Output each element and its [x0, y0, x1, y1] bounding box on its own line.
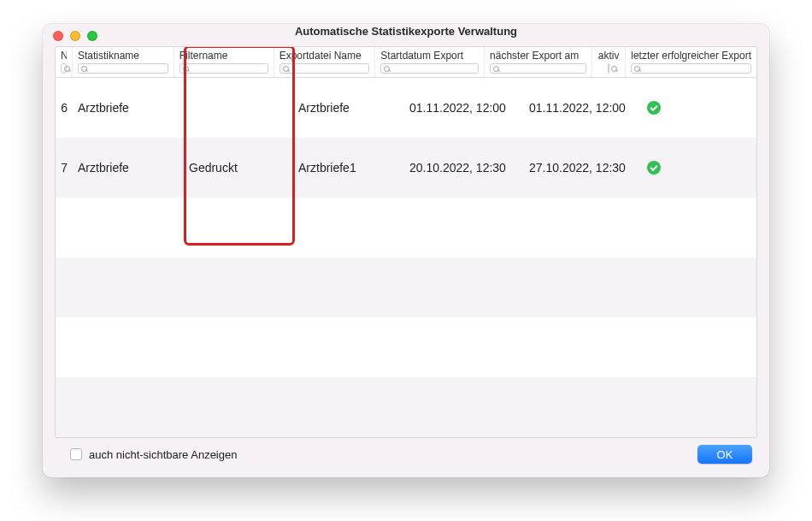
cell-statistikname: Arztbriefe [73, 161, 184, 175]
table-row-empty [56, 317, 756, 377]
titlebar: Automatische Statistikexporte Verwaltung [43, 24, 769, 38]
search-icon[interactable] [608, 63, 609, 74]
col-exportdatei[interactable]: Exportdatei Name [274, 47, 376, 77]
col-aktiv[interactable]: aktiv [592, 47, 626, 77]
search-icon[interactable] [631, 63, 751, 74]
col-startdatum[interactable]: Startdatum Export [375, 47, 485, 77]
window-title: Automatische Statistikexporte Verwaltung [51, 25, 761, 38]
cell-naechster: 01.11.2022, 12:00 [524, 101, 642, 115]
content-area: N Statistikname Filtername Exportdatei N… [43, 38, 769, 477]
ok-button[interactable]: OK [697, 445, 752, 464]
col-statistikname[interactable]: Statistikname [73, 47, 174, 77]
exports-table: N Statistikname Filtername Exportdatei N… [55, 46, 757, 438]
table-row[interactable]: 6 Arztbriefe Arztbriefe 01.11.2022, 12:0… [56, 78, 756, 138]
cell-n: 6 [56, 101, 73, 115]
table-row[interactable]: 7 Arztbriefe Gedruckt Arztbriefe1 20.10.… [56, 138, 756, 198]
search-icon[interactable] [61, 63, 67, 74]
cell-statistikname: Arztbriefe [73, 101, 184, 115]
col-filtername[interactable]: Filtername [174, 47, 274, 77]
table-row-empty [56, 258, 756, 317]
close-icon[interactable] [53, 31, 63, 41]
cell-aktiv [642, 161, 678, 175]
maximize-icon[interactable] [87, 31, 97, 41]
footer: auch nicht-sichtbare Anzeigen OK [55, 438, 757, 471]
window: Automatische Statistikexporte Verwaltung… [43, 24, 769, 477]
table-row-empty [56, 377, 756, 437]
check-icon [647, 161, 661, 175]
window-controls [53, 31, 97, 41]
search-icon[interactable] [279, 63, 370, 74]
cell-exportdatei: Arztbriefe [293, 101, 404, 115]
search-icon[interactable] [490, 63, 586, 74]
cell-exportdatei: Arztbriefe1 [293, 161, 404, 175]
search-icon[interactable] [179, 63, 268, 74]
show-hidden-label: auch nicht-sichtbare Anzeigen [89, 448, 237, 461]
cell-filtername: Gedruckt [184, 161, 293, 175]
check-icon [647, 101, 661, 115]
search-icon[interactable] [380, 63, 479, 74]
cell-n: 7 [56, 161, 73, 175]
table-header: N Statistikname Filtername Exportdatei N… [56, 47, 756, 78]
cell-naechster: 27.10.2022, 12:30 [524, 161, 642, 175]
cell-aktiv [642, 101, 678, 115]
cell-startdatum: 01.11.2022, 12:00 [404, 101, 524, 115]
table-body: 6 Arztbriefe Arztbriefe 01.11.2022, 12:0… [56, 78, 756, 437]
minimize-icon[interactable] [70, 31, 80, 41]
col-naechster[interactable]: nächster Export am [485, 47, 592, 77]
show-hidden-checkbox[interactable] [70, 448, 82, 460]
col-n[interactable]: N [56, 47, 73, 77]
table-row-empty [56, 198, 756, 258]
col-letzter[interactable]: letzter erfolgreicher Export [626, 47, 756, 77]
search-icon[interactable] [78, 63, 168, 74]
cell-startdatum: 20.10.2022, 12:30 [404, 161, 524, 175]
